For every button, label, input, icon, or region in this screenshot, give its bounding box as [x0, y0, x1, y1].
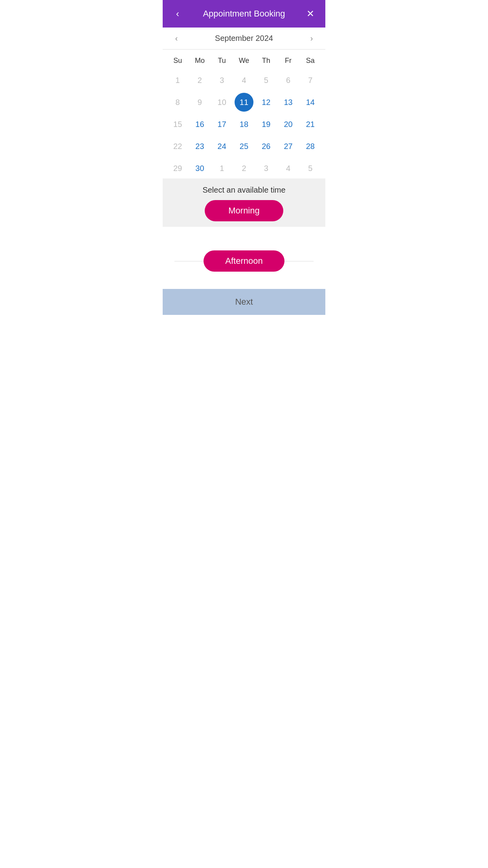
calendar-days: 1234567891011121314151617181920212223242…	[167, 70, 321, 178]
calendar-day[interactable]: 16	[189, 114, 211, 134]
calendar-day: 6	[277, 70, 299, 90]
next-month-button[interactable]: ›	[306, 34, 317, 43]
calendar-day[interactable]: 27	[277, 136, 299, 156]
weekday-label: We	[233, 53, 255, 68]
next-button[interactable]: Next	[235, 297, 253, 307]
afternoon-button-wrap: Afternoon	[174, 250, 314, 272]
calendar-day[interactable]: 26	[255, 136, 277, 156]
weekday-label: Th	[255, 53, 277, 68]
calendar-day: 2	[233, 158, 255, 178]
calendar-day: 10	[211, 92, 233, 112]
calendar-weekdays: SuMoTuWeThFrSa	[167, 50, 321, 70]
calendar-day: 29	[167, 158, 189, 178]
calendar-day[interactable]: 19	[255, 114, 277, 134]
weekday-label: Mo	[189, 53, 211, 68]
calendar-day: 4	[277, 158, 299, 178]
calendar: SuMoTuWeThFrSa 1234567891011121314151617…	[163, 50, 325, 178]
time-selection-label: Select an available time	[169, 186, 319, 195]
calendar-day: 7	[299, 70, 321, 90]
calendar-day[interactable]: 12	[255, 92, 277, 112]
morning-slots-section	[163, 227, 325, 250]
calendar-day[interactable]: 28	[299, 136, 321, 156]
header: ‹ Appointment Booking ✕	[163, 0, 325, 28]
afternoon-button[interactable]: Afternoon	[204, 250, 284, 272]
weekday-label: Tu	[211, 53, 233, 68]
weekday-label: Fr	[277, 53, 299, 68]
close-button[interactable]: ✕	[303, 8, 317, 19]
calendar-day[interactable]: 30	[189, 158, 211, 178]
calendar-day: 4	[233, 70, 255, 90]
morning-button[interactable]: Morning	[205, 200, 283, 221]
calendar-day[interactable]: 20	[277, 114, 299, 134]
calendar-day[interactable]: 17	[211, 114, 233, 134]
time-selection-header: Select an available time Morning	[163, 178, 325, 227]
calendar-day[interactable]: 11	[233, 92, 255, 112]
calendar-day[interactable]: 18	[233, 114, 255, 134]
calendar-nav: ‹ September 2024 ›	[163, 28, 325, 50]
calendar-day: 22	[167, 136, 189, 156]
calendar-day: 15	[167, 114, 189, 134]
calendar-day: 3	[255, 158, 277, 178]
afternoon-section: Afternoon	[163, 250, 325, 289]
calendar-day: 9	[189, 92, 211, 112]
calendar-day: 1	[211, 158, 233, 178]
prev-month-button[interactable]: ‹	[171, 34, 182, 43]
calendar-day[interactable]: 24	[211, 136, 233, 156]
calendar-day[interactable]: 13	[277, 92, 299, 112]
calendar-day: 5	[255, 70, 277, 90]
calendar-month-year: September 2024	[215, 34, 273, 43]
footer: Next	[163, 289, 325, 315]
calendar-day: 3	[211, 70, 233, 90]
back-button[interactable]: ‹	[171, 8, 185, 19]
calendar-day: 1	[167, 70, 189, 90]
calendar-day[interactable]: 14	[299, 92, 321, 112]
weekday-label: Sa	[299, 53, 321, 68]
calendar-day: 2	[189, 70, 211, 90]
calendar-day[interactable]: 25	[233, 136, 255, 156]
header-title: Appointment Booking	[185, 9, 303, 19]
calendar-day[interactable]: 21	[299, 114, 321, 134]
calendar-day[interactable]: 23	[189, 136, 211, 156]
calendar-day: 8	[167, 92, 189, 112]
weekday-label: Su	[167, 53, 189, 68]
calendar-day: 5	[299, 158, 321, 178]
